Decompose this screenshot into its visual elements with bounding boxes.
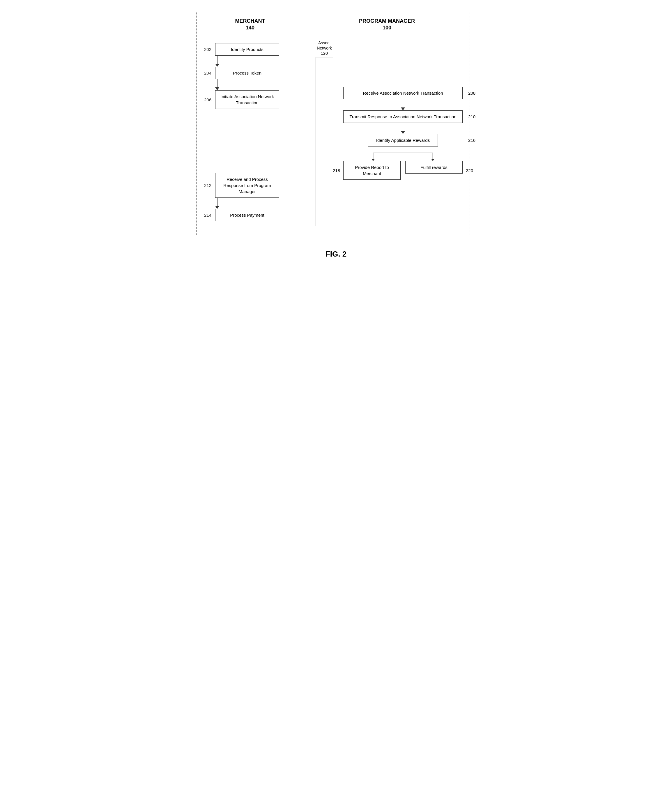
step-206-label: 206 [204,97,211,102]
process-token-box: Process Token [215,67,279,79]
transmit-response-text: Transmit Response to Association Network… [349,114,456,119]
pm-number: 100 [382,25,391,30]
arrow-204-206 [215,79,219,90]
pm-swimlane: PROGRAM MANAGER 100 Assoc.Network 120 [304,12,470,235]
fulfill-rewards-box: Fulfill rewards [405,161,462,173]
step-216-label: 216 [468,138,475,143]
transmit-response-box: Transmit Response to Association Network… [343,111,462,123]
provide-report-box: Provide Report to Merchant [343,161,401,180]
receive-assoc-box: Receive Association Network Transaction [343,87,462,99]
identify-products-box: Identify Products [215,43,279,56]
merchant-flow: 202 Identify Products 204 Process Token [203,40,297,221]
step-214-container: 214 Process Payment [215,209,279,221]
fork-svg [343,146,462,161]
step-214-label: 214 [204,213,211,218]
process-token-text: Process Token [233,71,261,75]
merchant-title: MERCHANT 140 [203,18,297,32]
assoc-network-col: Assoc.Network 120 [311,40,338,226]
merchant-title-text: MERCHANT [235,18,265,24]
step-220-label: 220 [466,168,473,173]
step-218-container: Provide Report to Merchant 218 [343,161,401,180]
step-208-container: Receive Association Network Transaction … [343,87,462,99]
step-210-label: 210 [468,114,475,119]
arrow-212-214 [215,198,219,209]
pm-inner: Assoc.Network 120 Receive Association Ne… [311,40,462,226]
identify-products-text: Identify Products [231,47,264,52]
diagram-wrapper: MERCHANT 140 202 Identify Products 204 P… [196,12,476,259]
step-218-label: 218 [333,168,340,173]
receive-assoc-text: Receive Association Network Transaction [363,91,443,96]
step-208-label: 208 [468,91,475,96]
identify-rewards-box: Identify Applicable Rewards [368,134,438,146]
pm-top-spacer [343,40,462,87]
assoc-network-number: 120 [321,51,328,56]
merchant-swimlane: MERCHANT 140 202 Identify Products 204 P… [196,12,304,235]
provide-report-text: Provide Report to Merchant [355,165,389,176]
assoc-network-label: Assoc.Network 120 [317,40,332,56]
arrow-208-210 [343,99,462,111]
step-216-container: Identify Applicable Rewards 216 [343,134,462,146]
initiate-assoc-text: Initiate Association Network Transaction [221,94,274,105]
process-payment-box: Process Payment [215,209,279,221]
step-206-container: 206 Initiate Association Network Transac… [215,90,279,109]
step-204-label: 204 [204,71,211,75]
step-204-container: 204 Process Token [215,67,279,79]
fork-arrows [343,146,462,161]
step-220-container: Fulfill rewards 220 [405,161,462,180]
diagram-container: MERCHANT 140 202 Identify Products 204 P… [196,12,470,235]
pm-title-text: PROGRAM MANAGER [359,18,415,24]
initiate-assoc-box: Initiate Association Network Transaction [215,90,279,109]
receive-process-box: Receive and Process Response from Progra… [215,173,279,198]
step-212-container: 212 Receive and Process Response from Pr… [215,173,279,198]
step-212-label: 212 [204,183,211,188]
merchant-number: 140 [246,25,254,30]
fulfill-rewards-text: Fulfill rewards [421,165,448,170]
receive-process-text: Receive and Process Response from Progra… [223,177,271,194]
step-210-container: Transmit Response to Association Network… [343,111,462,123]
process-payment-text: Process Payment [230,213,264,218]
arrow-210-216 [343,123,462,134]
arrow-202-204 [215,56,219,67]
pm-steps: Receive Association Network Transaction … [343,40,462,226]
step-202-label: 202 [204,47,211,52]
assoc-network-rect [315,57,333,226]
figure-caption: FIG. 2 [196,250,476,259]
bottom-boxes: Provide Report to Merchant 218 Fulfill r… [343,161,462,180]
step-202-container: 202 Identify Products [215,43,279,56]
svg-marker-8 [371,159,375,161]
svg-marker-9 [431,159,435,161]
pm-title: PROGRAM MANAGER 100 [311,18,462,32]
identify-rewards-text: Identify Applicable Rewards [376,138,430,143]
figure-label-text: FIG. 2 [325,250,347,258]
